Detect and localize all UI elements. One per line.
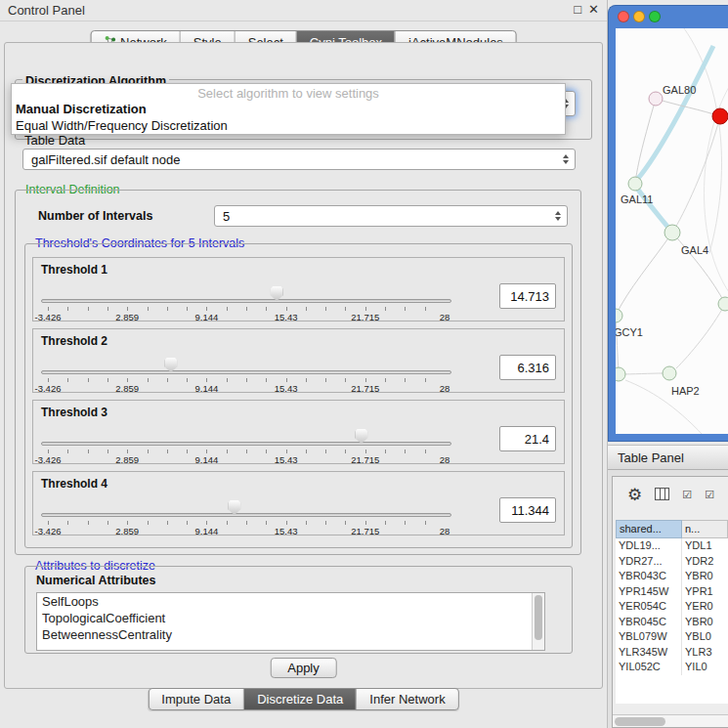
threshold-value-field[interactable] — [499, 283, 556, 309]
popup-item-manual-discretization[interactable]: Manual Discretization — [12, 101, 565, 117]
checkbox-icon-2[interactable]: ☑ — [705, 490, 714, 500]
list-item-topologicalcoefficient[interactable]: TopologicalCoefficient — [37, 610, 544, 626]
table-cell: YDL19... — [616, 538, 682, 554]
attributes-list: SelfLoopsTopologicalCoefficientBetweenne… — [36, 592, 545, 651]
slider-scale: -3.4262.8599.14415.4321.71528 — [48, 351, 445, 392]
float-window-button[interactable]: □ — [574, 2, 581, 17]
slider-thumb[interactable] — [164, 358, 177, 372]
mac-zoom-button[interactable] — [649, 11, 661, 22]
table-panel: ⚙ ☑ ☑ shared...n... YDL19...YDL1YDR27...… — [608, 470, 728, 728]
slider-scale: -3.4262.8599.14415.4321.71528 — [48, 279, 445, 321]
algorithm-popup-list: Manual DiscretizationEqual Width/Frequen… — [12, 101, 565, 134]
network-canvas[interactable]: GAL80GAL11GAL4GCY1HAP2 — [616, 28, 728, 434]
main-panel: Discretization Algorithm Select algorith… — [4, 42, 603, 689]
num-intervals-combobox[interactable]: 5 — [214, 205, 568, 227]
mac-minimize-button[interactable] — [633, 11, 645, 22]
horizontal-scrollbar[interactable] — [613, 714, 728, 727]
column-header-shared[interactable]: shared... — [616, 520, 682, 538]
slider-thumb[interactable] — [228, 500, 240, 515]
table-panel-inner: ⚙ ☑ ☑ shared...n... YDL19...YDL1YDR27...… — [612, 476, 728, 728]
column-header-n[interactable]: n... — [682, 520, 728, 538]
threshold-slider-2[interactable]: -3.4262.8599.14415.4321.71528 — [41, 351, 451, 392]
tab-impute-data[interactable]: Impute Data — [149, 689, 244, 709]
table-panel-toolbar: ⚙ ☑ ☑ — [613, 477, 728, 512]
threshold-slider-4[interactable]: -3.4262.8599.14415.4321.71528 — [41, 493, 451, 535]
table-row[interactable]: YDL19...YDL1 — [616, 538, 728, 554]
screen: Control Panel □ ✕ NetworkStyleSelectCyni… — [0, 0, 728, 728]
tab-discretize-data[interactable]: Discretize Data — [244, 689, 357, 709]
network-window: GAL80GAL11GAL4GCY1HAP2 — [608, 5, 728, 442]
table-row[interactable]: YDR27...YDR2 — [616, 554, 728, 570]
slider-thumb[interactable] — [355, 429, 367, 444]
table-data-label: Table Data — [24, 133, 85, 148]
tick-label: 28 — [440, 526, 450, 536]
tick-label: 9.144 — [195, 383, 219, 394]
tab-label: Impute Data — [161, 692, 231, 707]
threshold-slider-1[interactable]: -3.4262.8599.14415.4321.71528 — [41, 279, 451, 321]
tab-infer-network[interactable]: Infer Network — [357, 689, 457, 709]
table-row[interactable]: YBL079WYBL0 — [616, 629, 728, 645]
tick-label: 2.859 — [115, 383, 139, 394]
apply-button[interactable]: Apply — [270, 658, 337, 678]
table-cell: YIL052C — [616, 660, 682, 675]
tick-label: 2.859 — [115, 454, 139, 465]
popup-header: Select algorithm to view settings — [12, 84, 565, 101]
table-row[interactable]: YIL052CYIL0 — [616, 660, 728, 675]
table-cell: YER054C — [616, 599, 682, 615]
tick-label: 2.859 — [115, 312, 139, 322]
table-cell: YBR043C — [616, 569, 682, 584]
slider-ticks — [48, 521, 445, 525]
checkbox-icon-1[interactable]: ☑ — [682, 490, 692, 500]
threshold-label: Threshold 2 — [41, 334, 107, 348]
threshold-value-field[interactable] — [499, 426, 556, 451]
table-cell: YLR345W — [616, 645, 682, 661]
scrollbar-thumb[interactable] — [535, 595, 542, 640]
node-label-gal11: GAL11 — [621, 193, 653, 205]
tick-label: 21.715 — [351, 383, 379, 394]
slider-scale: -3.4262.8599.14415.4321.71528 — [48, 422, 445, 463]
threshold-label: Threshold 3 — [41, 406, 107, 419]
tick-label: 21.715 — [351, 526, 379, 536]
list-item-selfloops[interactable]: SelfLoops — [37, 593, 544, 610]
table-cell: YIL0 — [682, 660, 728, 675]
table-row[interactable]: YER054CYER0 — [616, 599, 728, 615]
scrollbar-thumb[interactable] — [615, 717, 665, 726]
tab-label: Discretize Data — [257, 692, 343, 707]
table-row[interactable]: YBR043CYBR0 — [616, 569, 728, 584]
tick-label: 9.144 — [195, 526, 219, 536]
threshold-value-field[interactable] — [499, 355, 556, 380]
tick-label: 15.43 — [275, 383, 298, 394]
node-label-gal80: GAL80 — [663, 84, 696, 96]
popup-item-equal-width-frequency-discretization[interactable]: Equal Width/Frequency Discretization — [12, 117, 565, 134]
slider-tick-labels: -3.4262.8599.14415.4321.71528 — [48, 454, 445, 465]
attributes-scrollbar[interactable] — [532, 593, 544, 650]
columns-icon[interactable] — [655, 488, 669, 502]
threshold-list: Threshold 1-3.4262.8599.14415.4321.71528… — [32, 257, 565, 542]
close-window-button[interactable]: ✕ — [588, 2, 599, 17]
threshold-label: Threshold 4 — [41, 477, 107, 491]
gear-icon[interactable]: ⚙ — [627, 487, 642, 503]
slider-ticks — [48, 307, 445, 311]
threshold-slider-3[interactable]: -3.4262.8599.14415.4321.71528 — [41, 422, 451, 463]
node-table-header: shared...n... — [616, 520, 728, 538]
slider-tick-labels: -3.4262.8599.14415.4321.71528 — [48, 312, 445, 322]
list-item-betweennesscentrality[interactable]: BetweennessCentrality — [37, 626, 544, 643]
slider-ticks — [48, 450, 445, 453]
mac-close-button[interactable] — [618, 11, 629, 22]
table-row[interactable]: YPR145WYPR1 — [616, 584, 728, 600]
table-row[interactable]: YLR345WYLR3 — [616, 645, 728, 661]
table-cell: YDL1 — [682, 538, 728, 554]
window-title: Control Panel — [8, 3, 85, 18]
tick-label: 15.43 — [275, 526, 298, 536]
attributes-list-items: SelfLoopsTopologicalCoefficientBetweenne… — [37, 593, 544, 643]
table-data-combobox[interactable]: galFiltered.sif default node — [22, 149, 576, 170]
table-row[interactable]: YBR045CYBR0 — [616, 615, 728, 630]
table-cell: YBR045C — [616, 615, 682, 630]
threshold-value-field[interactable] — [499, 497, 556, 523]
slider-tick-labels: -3.4262.8599.14415.4321.71528 — [48, 383, 445, 394]
table-cell: YPR145W — [616, 584, 682, 600]
control-panel-titlebar: Control Panel □ ✕ — [0, 0, 607, 21]
table-cell: YBL079W — [616, 629, 682, 645]
slider-thumb[interactable] — [271, 286, 283, 301]
table-panel-titlebar: Table Panel — [608, 445, 728, 470]
